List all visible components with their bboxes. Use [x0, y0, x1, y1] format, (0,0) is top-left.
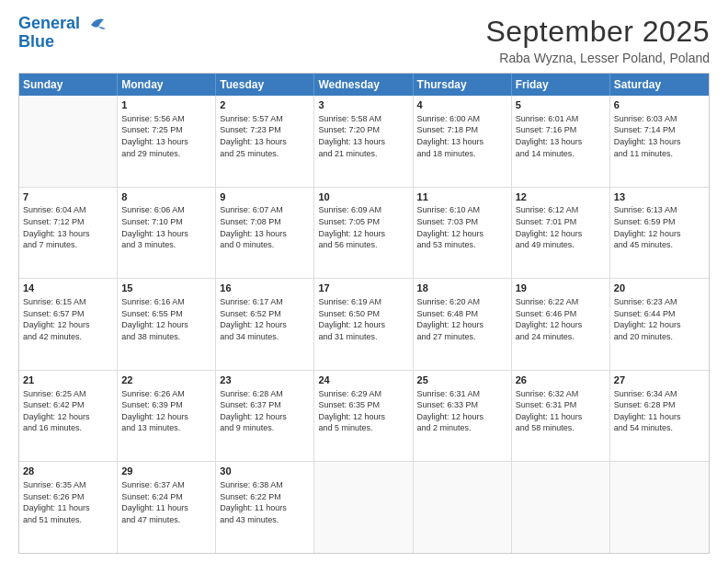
cal-week-1: 1Sunrise: 5:56 AM Sunset: 7:25 PM Daylig… — [19, 96, 709, 188]
cal-cell: 29Sunrise: 6:37 AM Sunset: 6:24 PM Dayli… — [118, 462, 216, 553]
cal-cell: 7Sunrise: 6:04 AM Sunset: 7:12 PM Daylig… — [19, 188, 118, 279]
cal-header-friday: Friday — [512, 74, 610, 96]
day-info: Sunrise: 6:35 AM Sunset: 6:26 PM Dayligh… — [23, 479, 113, 525]
day-info: Sunrise: 6:01 AM Sunset: 7:16 PM Dayligh… — [516, 113, 606, 159]
day-info: Sunrise: 6:25 AM Sunset: 6:42 PM Dayligh… — [23, 388, 113, 434]
day-number: 10 — [318, 190, 408, 204]
day-info: Sunrise: 6:19 AM Sunset: 6:50 PM Dayligh… — [318, 296, 408, 342]
cal-cell: 22Sunrise: 6:26 AM Sunset: 6:39 PM Dayli… — [118, 371, 216, 462]
cal-cell: 20Sunrise: 6:23 AM Sunset: 6:44 PM Dayli… — [610, 279, 709, 370]
calendar-body: 1Sunrise: 5:56 AM Sunset: 7:25 PM Daylig… — [19, 96, 709, 553]
cal-header-wednesday: Wednesday — [314, 74, 413, 96]
cal-cell: 28Sunrise: 6:35 AM Sunset: 6:26 PM Dayli… — [19, 462, 118, 553]
cal-cell — [610, 462, 709, 553]
cal-cell: 5Sunrise: 6:01 AM Sunset: 7:16 PM Daylig… — [512, 96, 610, 187]
day-info: Sunrise: 6:04 AM Sunset: 7:12 PM Dayligh… — [23, 204, 113, 250]
cal-header-thursday: Thursday — [414, 74, 512, 96]
day-number: 13 — [614, 190, 705, 204]
cal-cell — [19, 96, 118, 187]
cal-cell: 2Sunrise: 5:57 AM Sunset: 7:23 PM Daylig… — [216, 96, 314, 187]
day-number: 2 — [220, 98, 310, 112]
cal-cell: 18Sunrise: 6:20 AM Sunset: 6:48 PM Dayli… — [414, 279, 512, 370]
day-number: 3 — [318, 98, 408, 112]
day-info: Sunrise: 5:58 AM Sunset: 7:20 PM Dayligh… — [318, 113, 408, 159]
day-info: Sunrise: 6:09 AM Sunset: 7:05 PM Dayligh… — [318, 204, 408, 250]
day-info: Sunrise: 6:26 AM Sunset: 6:39 PM Dayligh… — [121, 388, 211, 434]
day-info: Sunrise: 6:23 AM Sunset: 6:44 PM Dayligh… — [614, 296, 705, 342]
day-number: 4 — [417, 98, 507, 112]
cal-cell: 23Sunrise: 6:28 AM Sunset: 6:37 PM Dayli… — [216, 371, 314, 462]
cal-cell: 25Sunrise: 6:31 AM Sunset: 6:33 PM Dayli… — [414, 371, 512, 462]
day-info: Sunrise: 5:57 AM Sunset: 7:23 PM Dayligh… — [220, 113, 310, 159]
page: General Blue September 2025 Raba Wyzna, … — [0, 0, 728, 563]
day-info: Sunrise: 6:22 AM Sunset: 6:46 PM Dayligh… — [516, 296, 606, 342]
location: Raba Wyzna, Lesser Poland, Poland — [485, 51, 710, 65]
day-number: 11 — [417, 190, 507, 204]
day-info: Sunrise: 6:06 AM Sunset: 7:10 PM Dayligh… — [121, 204, 211, 250]
cal-cell — [414, 462, 512, 553]
day-number: 30 — [220, 465, 310, 478]
cal-cell: 6Sunrise: 6:03 AM Sunset: 7:14 PM Daylig… — [610, 96, 709, 187]
day-number: 21 — [23, 373, 113, 387]
day-info: Sunrise: 6:00 AM Sunset: 7:18 PM Dayligh… — [417, 113, 507, 159]
day-number: 5 — [516, 98, 606, 112]
day-info: Sunrise: 6:07 AM Sunset: 7:08 PM Dayligh… — [220, 204, 310, 250]
day-number: 29 — [121, 465, 211, 478]
day-number: 25 — [417, 373, 507, 387]
cal-header-monday: Monday — [118, 74, 216, 96]
day-info: Sunrise: 6:20 AM Sunset: 6:48 PM Dayligh… — [417, 296, 507, 342]
cal-cell: 15Sunrise: 6:16 AM Sunset: 6:55 PM Dayli… — [118, 279, 216, 370]
day-number: 15 — [121, 282, 211, 295]
day-number: 26 — [516, 373, 606, 387]
cal-cell: 17Sunrise: 6:19 AM Sunset: 6:50 PM Dayli… — [314, 279, 413, 370]
day-info: Sunrise: 6:32 AM Sunset: 6:31 PM Dayligh… — [516, 388, 606, 434]
cal-cell: 12Sunrise: 6:12 AM Sunset: 7:01 PM Dayli… — [512, 188, 610, 279]
cal-cell: 19Sunrise: 6:22 AM Sunset: 6:46 PM Dayli… — [512, 279, 610, 370]
cal-header-sunday: Sunday — [19, 74, 118, 96]
cal-cell: 13Sunrise: 6:13 AM Sunset: 6:59 PM Dayli… — [610, 188, 709, 279]
cal-week-5: 28Sunrise: 6:35 AM Sunset: 6:26 PM Dayli… — [19, 462, 709, 553]
calendar-header-row: SundayMondayTuesdayWednesdayThursdayFrid… — [19, 74, 709, 96]
cal-cell: 9Sunrise: 6:07 AM Sunset: 7:08 PM Daylig… — [216, 188, 314, 279]
day-number: 20 — [614, 282, 705, 295]
cal-cell: 27Sunrise: 6:34 AM Sunset: 6:28 PM Dayli… — [610, 371, 709, 462]
day-info: Sunrise: 6:34 AM Sunset: 6:28 PM Dayligh… — [614, 388, 705, 434]
day-number: 18 — [417, 282, 507, 295]
day-info: Sunrise: 6:29 AM Sunset: 6:35 PM Dayligh… — [318, 388, 408, 434]
day-info: Sunrise: 6:16 AM Sunset: 6:55 PM Dayligh… — [121, 296, 211, 342]
logo-text: General Blue — [18, 15, 80, 52]
cal-cell: 16Sunrise: 6:17 AM Sunset: 6:52 PM Dayli… — [216, 279, 314, 370]
day-number: 6 — [614, 98, 705, 112]
cal-cell — [512, 462, 610, 553]
day-number: 24 — [318, 373, 408, 387]
cal-week-3: 14Sunrise: 6:15 AM Sunset: 6:57 PM Dayli… — [19, 279, 709, 371]
logo: General Blue — [18, 15, 108, 52]
calendar: SundayMondayTuesdayWednesdayThursdayFrid… — [18, 73, 710, 554]
cal-week-2: 7Sunrise: 6:04 AM Sunset: 7:12 PM Daylig… — [19, 188, 709, 280]
header: General Blue September 2025 Raba Wyzna, … — [18, 15, 710, 65]
day-number: 19 — [516, 282, 606, 295]
day-info: Sunrise: 6:13 AM Sunset: 6:59 PM Dayligh… — [614, 204, 705, 250]
day-info: Sunrise: 6:17 AM Sunset: 6:52 PM Dayligh… — [220, 296, 310, 342]
day-number: 16 — [220, 282, 310, 295]
day-number: 12 — [516, 190, 606, 204]
cal-header-tuesday: Tuesday — [216, 74, 314, 96]
cal-cell: 1Sunrise: 5:56 AM Sunset: 7:25 PM Daylig… — [118, 96, 216, 187]
day-number: 23 — [220, 373, 310, 387]
day-number: 27 — [614, 373, 705, 387]
logo-bird-icon — [82, 14, 108, 36]
cal-cell: 24Sunrise: 6:29 AM Sunset: 6:35 PM Dayli… — [314, 371, 413, 462]
cal-cell — [314, 462, 413, 553]
cal-header-saturday: Saturday — [610, 74, 709, 96]
cal-cell: 30Sunrise: 6:38 AM Sunset: 6:22 PM Dayli… — [216, 462, 314, 553]
day-info: Sunrise: 5:56 AM Sunset: 7:25 PM Dayligh… — [121, 113, 211, 159]
day-info: Sunrise: 6:12 AM Sunset: 7:01 PM Dayligh… — [516, 204, 606, 250]
cal-cell: 26Sunrise: 6:32 AM Sunset: 6:31 PM Dayli… — [512, 371, 610, 462]
cal-cell: 21Sunrise: 6:25 AM Sunset: 6:42 PM Dayli… — [19, 371, 118, 462]
month-title: September 2025 — [485, 15, 710, 49]
day-info: Sunrise: 6:15 AM Sunset: 6:57 PM Dayligh… — [23, 296, 113, 342]
cal-cell: 14Sunrise: 6:15 AM Sunset: 6:57 PM Dayli… — [19, 279, 118, 370]
day-number: 14 — [23, 282, 113, 295]
day-info: Sunrise: 6:37 AM Sunset: 6:24 PM Dayligh… — [121, 479, 211, 525]
day-info: Sunrise: 6:10 AM Sunset: 7:03 PM Dayligh… — [417, 204, 507, 250]
